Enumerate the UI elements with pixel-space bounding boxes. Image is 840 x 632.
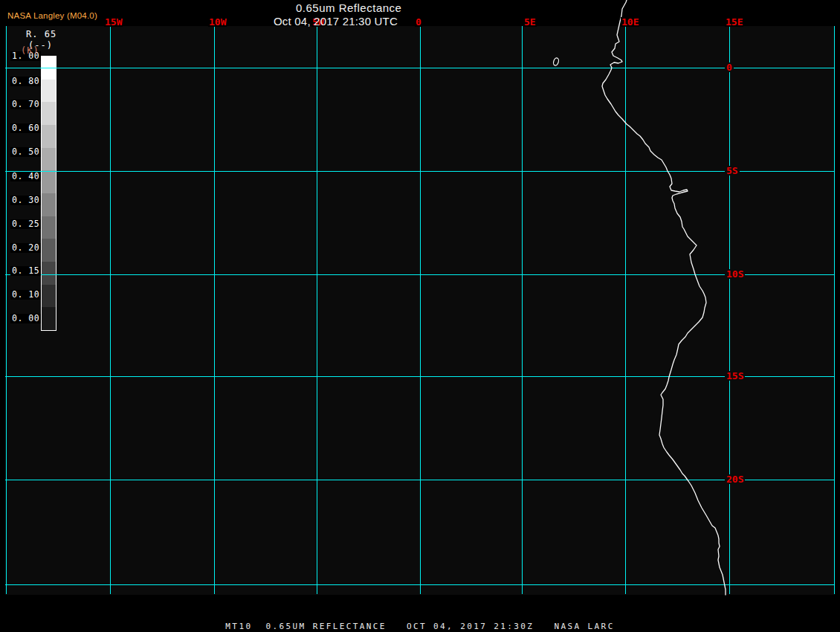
colorbar-tick-0.10: 0. 10 [10, 290, 41, 300]
lon-label-10E: 10E [621, 17, 639, 27]
colorbar-tick-0.15: 0. 15 [10, 266, 41, 276]
image-title: 0.65um Reflectance [296, 1, 401, 14]
coastline-west-africa [602, 0, 726, 595]
lon-label-10W: 10W [208, 17, 227, 27]
colorbar-tick-0.70: 0. 70 [10, 100, 41, 109]
island-sao-tome [552, 57, 559, 66]
lon-label-0: 0 [415, 17, 422, 27]
colorbar-tick-0.80: 0. 80 [10, 77, 41, 86]
lon-label-15W: 15W [104, 17, 123, 27]
lat-label-20S: 20S [725, 474, 745, 484]
lat-label-0: 0 [725, 62, 734, 72]
colorbar-units-overlay: (K) [21, 45, 39, 56]
colorbar-tick-0.50: 0. 50 [10, 147, 41, 157]
lon-label-15E: 15E [725, 17, 743, 27]
satellite-image-viewer: NASA Langley (M04.0) 0.65um Reflectance … [0, 0, 840, 632]
lat-label-15S: 15S [725, 371, 745, 381]
colorbar-title: R. 65 [26, 29, 56, 39]
colorbar-tick-0.20: 0. 20 [10, 243, 41, 253]
colorbar-tick-0.30: 0. 30 [10, 196, 41, 205]
colorbar-tick-0.60: 0. 60 [10, 123, 41, 133]
colorbar-tick-0.25: 0. 25 [10, 219, 41, 229]
graticule [5, 26, 835, 594]
lat-label-5S: 5S [725, 166, 740, 175]
lat-label-10S: 10S [725, 269, 745, 279]
colorbar-tick-0.40: 0. 40 [10, 172, 41, 181]
map-overlay [0, 0, 840, 632]
lon-label-5E: 5E [523, 17, 537, 27]
image-timestamp: Oct 04, 2017 21:30 UTC [274, 15, 398, 28]
colorbar-tick-0.00: 0. 00 [10, 314, 41, 323]
source-label: NASA Langley (M04.0) [7, 11, 97, 20]
footer-status-line: MT10 0.65UM REFLECTANCE OCT 04, 2017 21:… [0, 622, 840, 631]
